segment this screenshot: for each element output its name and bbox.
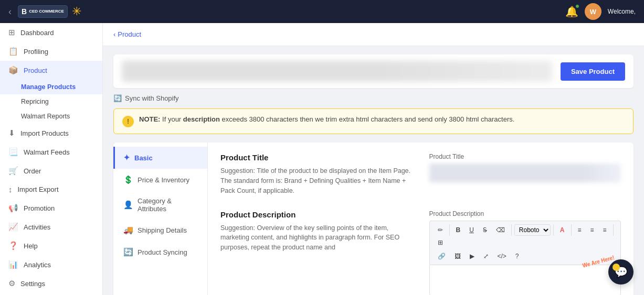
tab-price-label: Price & Inventory	[138, 176, 189, 184]
import-export-icon: ↕	[8, 185, 13, 194]
activities-icon: 📈	[8, 222, 18, 232]
sidebar-item-profiling[interactable]: 📋 Profiling	[0, 42, 102, 61]
sidebar-item-product[interactable]: 📦 Product	[0, 61, 102, 80]
main-content: ‹ Product Save Product 🔄 Sync with Shopi…	[103, 23, 644, 295]
toolbar-list-ul[interactable]: ≡	[574, 224, 585, 236]
bell-dot	[575, 4, 579, 8]
notification-bell[interactable]: 🔔	[565, 5, 578, 18]
breadcrumb-back-icon: ‹	[113, 30, 115, 38]
tab-shipping-label: Shipping Details	[138, 226, 187, 234]
sidebar-item-analytics[interactable]: 📊 Analytics	[0, 255, 102, 274]
toolbar-bold[interactable]: B	[452, 224, 464, 236]
notice-bar: ! NOTE: If your description exceeds 3800…	[113, 108, 634, 134]
sidebar-item-label: Walmart Feeds	[24, 148, 70, 156]
tab-product-syncing[interactable]: 🔄 Product Syncing	[113, 241, 207, 263]
toolbar-image[interactable]: 🖼	[451, 251, 464, 261]
product-title-input-blurred[interactable]	[429, 163, 621, 182]
sidebar-item-label: Product	[24, 67, 47, 74]
profiling-icon: 📋	[8, 47, 18, 56]
basic-tab-icon: ✦	[123, 153, 130, 162]
chat-bubble-button[interactable]: 💬	[608, 259, 634, 285]
toolbar-code[interactable]: </>	[494, 251, 510, 261]
sync-bar[interactable]: 🔄 Sync with Shopify	[113, 94, 634, 102]
sidebar-item-walmart-feeds[interactable]: 📃 Walmart Feeds	[0, 143, 102, 161]
sidebar-item-activities[interactable]: 📈 Activities	[0, 217, 102, 236]
save-product-button[interactable]: Save Product	[561, 62, 625, 81]
toolbar-link[interactable]: 🔗	[434, 251, 449, 261]
sidebar-item-label: Import Export	[18, 185, 59, 193]
help-icon: ❓	[8, 241, 18, 250]
sidebar-item-settings[interactable]: ⚙ Settings	[0, 274, 102, 293]
breadcrumb-label: Product	[118, 30, 141, 38]
category-tab-icon: 👤	[123, 200, 133, 210]
sidebar-item-label: Promotion	[24, 204, 55, 212]
promotion-icon: 📢	[8, 203, 18, 213]
notice-text: NOTE: If your description exceeds 3800 c…	[139, 115, 514, 123]
sidebar-item-order[interactable]: 🛒 Order	[0, 161, 102, 180]
tabs-panel: ✦ Basic 💲 Price & Inventory 👤 Category &…	[113, 143, 634, 295]
sidebar-item-promotion[interactable]: 📢 Promotion	[0, 199, 102, 217]
toolbar-resize[interactable]: ⤢	[480, 251, 492, 261]
syncing-tab-icon: 🔄	[123, 247, 133, 257]
tab-content: Product Title Suggestion: Title of the p…	[208, 143, 634, 295]
nav-logo: B CED COMMERCE ✳	[18, 5, 81, 18]
tab-price-inventory[interactable]: 💲 Price & Inventory	[113, 169, 207, 191]
sidebar-item-dashboard[interactable]: ⊞ Dashboard	[0, 23, 102, 42]
sidebar-sub-item-repricing[interactable]: Repricing	[0, 94, 102, 109]
sidebar-item-label: Profiling	[24, 48, 48, 56]
toolbar-align[interactable]: ≡	[599, 224, 610, 236]
sidebar-item-import-export[interactable]: ↕ Import Export	[0, 180, 102, 199]
logo-b-icon: B	[22, 7, 27, 16]
product-title-desc: Suggestion: Title of the product to be d…	[220, 166, 413, 195]
user-avatar[interactable]: W	[585, 3, 601, 20]
manage-products-label: Manage Products	[21, 83, 76, 91]
breadcrumb-link[interactable]: ‹ Product	[113, 30, 141, 38]
product-title-heading: Product Title	[220, 153, 413, 162]
product-desc-heading: Product Description	[220, 210, 413, 219]
toolbar-list-ol[interactable]: ≡	[587, 224, 598, 236]
dashboard-icon: ⊞	[8, 28, 15, 37]
tab-basic-label: Basic	[134, 154, 153, 162]
sidebar: ⊞ Dashboard 📋 Profiling 📦 Product Manage…	[0, 23, 103, 295]
sidebar-item-label: Dashboard	[20, 29, 54, 37]
breadcrumb-bar: ‹ Product	[103, 23, 644, 46]
editor-area[interactable]	[429, 265, 621, 295]
sidebar-item-pricing-plan[interactable]: 💰 Pricing Plan	[0, 293, 102, 295]
product-desc-info: Product Description Suggestion: Overview…	[220, 210, 413, 295]
sidebar-item-label: Analytics	[24, 261, 51, 269]
toolbar-table[interactable]: ⊞	[434, 237, 447, 248]
top-nav: ‹ B CED COMMERCE ✳ 🔔 W Welcome,	[0, 0, 644, 23]
toolbar-eraser[interactable]: ⌫	[492, 224, 509, 236]
tab-category-attributes[interactable]: 👤 Category & Attributes	[113, 191, 207, 219]
import-icon: ⬇	[8, 128, 15, 138]
toolbar-color-a[interactable]: A	[556, 224, 568, 236]
toolbar-help[interactable]: ?	[512, 251, 523, 261]
logo-text: CED COMMERCE	[29, 9, 64, 14]
product-title-label: Product Title	[429, 153, 621, 160]
sidebar-item-label: Import Products	[20, 129, 69, 137]
analytics-icon: 📊	[8, 260, 18, 269]
sync-label: Sync with Shopify	[125, 94, 179, 102]
tab-shipping-details[interactable]: 🚚 Shipping Details	[113, 219, 207, 241]
toolbar-pencil[interactable]: ✏	[434, 224, 447, 236]
product-icon: 📦	[8, 65, 18, 75]
sidebar-sub-item-walmart-reports[interactable]: Walmart Reports	[0, 109, 102, 124]
content-area: Save Product 🔄 Sync with Shopify ! NOTE:…	[103, 46, 644, 295]
toolbar-underline[interactable]: U	[466, 224, 478, 236]
nav-back-button[interactable]: ‹	[8, 6, 12, 17]
toolbar-video[interactable]: ▶	[466, 251, 478, 261]
logo-box: B CED COMMERCE	[18, 5, 68, 18]
tab-basic[interactable]: ✦ Basic	[113, 147, 207, 169]
sidebar-item-import-products[interactable]: ⬇ Import Products	[0, 124, 102, 143]
walmart-feeds-icon: 📃	[8, 147, 18, 157]
sidebar-item-help[interactable]: ❓ Help	[0, 236, 102, 255]
tab-category-label: Category & Attributes	[138, 197, 199, 213]
toolbar-font-select[interactable]: Roboto	[514, 224, 551, 236]
toolbar-strikethrough[interactable]: S̶	[479, 224, 491, 236]
product-title-blurred	[122, 61, 552, 82]
product-header: Save Product	[113, 54, 634, 88]
product-title-field: Product Title	[429, 153, 621, 200]
sidebar-sub-item-manage-products[interactable]: Manage Products	[0, 80, 102, 94]
welcome-text: Welcome,	[608, 8, 636, 15]
shipping-tab-icon: 🚚	[123, 225, 133, 235]
